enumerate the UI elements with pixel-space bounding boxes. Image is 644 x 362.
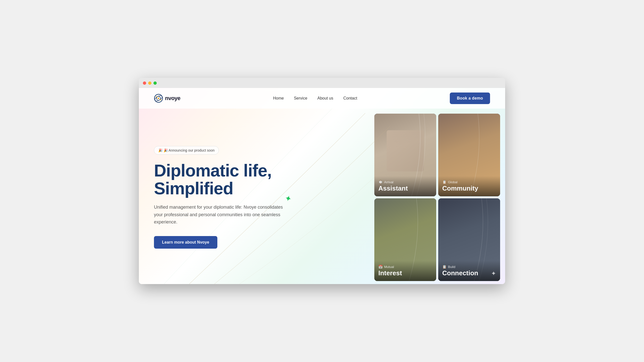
minimize-button[interactable] [148, 81, 151, 85]
logo: nvoye [154, 94, 180, 103]
card-subtitle-arrival: ⌚ Arrival [378, 180, 432, 184]
close-button[interactable] [143, 81, 146, 85]
card-global-community[interactable]: 📋 Global Community [438, 114, 500, 196]
card-title-mutual: Interest [378, 269, 432, 277]
card-overlay-mutual: 📅 Mutual Interest [374, 261, 436, 281]
card-arrival-assistant[interactable]: ⌚ Arrival Assistant [374, 114, 436, 196]
nav-home[interactable]: Home [273, 96, 284, 101]
card-title-arrival: Assistant [378, 185, 432, 192]
card-mutual-interest[interactable]: 📅 Mutual Interest [374, 198, 436, 281]
sparkle-decoration: ✦ [491, 270, 496, 277]
arrival-icon: ⌚ [378, 180, 383, 184]
hero-title: Diplomatic life, Simplified [154, 162, 305, 198]
hero-left: 🎉 🎉 Announcing our product soon Diplomat… [154, 146, 305, 249]
service-cards-grid: ⌚ Arrival Assistant [374, 109, 505, 284]
connection-icon: 📋 [442, 265, 447, 269]
browser-window: nvoye Home Service About us Contact Book… [139, 78, 505, 284]
hero-title-line1: Diplomatic life, [154, 161, 272, 180]
card-title-connection: Connection [442, 269, 496, 277]
card-overlay-arrival: ⌚ Arrival Assistant [374, 176, 436, 196]
global-icon: 📋 [442, 180, 447, 184]
card-subtitle-mutual: 📅 Mutual [378, 265, 432, 269]
announcement-text: 🎉 Announcing our product soon [164, 148, 215, 152]
hero-section: nvoye Home Service About us Contact Book… [139, 88, 505, 284]
nav-service[interactable]: Service [294, 96, 307, 101]
announcement-badge: 🎉 🎉 Announcing our product soon [154, 146, 219, 155]
navbar: nvoye Home Service About us Contact Book… [139, 88, 505, 109]
learn-more-button[interactable]: Learn more about Nvoye [154, 236, 217, 249]
browser-chrome [139, 78, 505, 88]
maximize-button[interactable] [153, 81, 157, 85]
hero-description: Unified management for your diplomatic l… [154, 204, 285, 226]
hero-body: 🎉 🎉 Announcing our product soon Diplomat… [139, 109, 505, 284]
logo-text: nvoye [165, 95, 180, 102]
nav-about[interactable]: About us [317, 96, 333, 101]
page-content: nvoye Home Service About us Contact Book… [139, 88, 505, 284]
card-subtitle-connection: 📋 Build [442, 265, 496, 269]
nav-contact[interactable]: Contact [343, 96, 357, 101]
card-title-global: Community [442, 185, 496, 192]
book-demo-button[interactable]: Book a demo [450, 93, 490, 104]
mutual-icon: 📅 [378, 265, 383, 269]
nav-links: Home Service About us Contact [273, 96, 357, 101]
svg-point-3 [158, 98, 159, 99]
svg-point-5 [160, 99, 161, 100]
announcement-emoji: 🎉 [158, 148, 163, 152]
card-overlay-global: 📋 Global Community [438, 176, 500, 196]
svg-point-4 [156, 96, 157, 97]
card-build-connection[interactable]: 📋 Build Connection ✦ [438, 198, 500, 281]
hero-title-line2: Simplified [154, 179, 233, 198]
logo-icon [154, 94, 163, 103]
card-subtitle-global: 📋 Global [442, 180, 496, 184]
